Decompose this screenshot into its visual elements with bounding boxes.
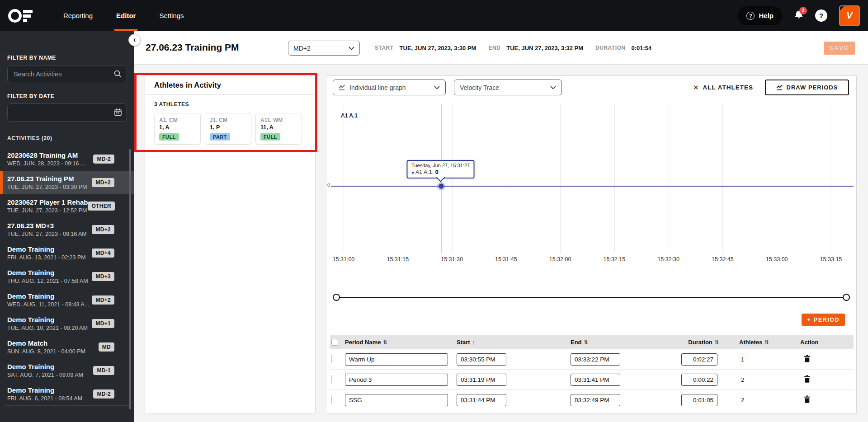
athlete-status-badge: PART [210,133,230,141]
user-avatar[interactable]: V [839,5,860,26]
period-name-input[interactable] [345,353,448,366]
column-header-start[interactable]: Start ↑ [457,339,571,346]
activity-list-item[interactable]: Demo Training TUE. AUG. 10, 2021 - 08:20… [0,312,134,335]
sort-both-icon: ⇅ [584,339,588,345]
gridline [614,104,615,253]
activity-datetime: TUE. JUN. 27, 2023 - 12:52 PM [7,207,88,214]
line-chart-icon [776,84,783,90]
delete-period-button[interactable] [804,395,811,403]
period-end-input[interactable] [571,394,620,406]
period-end-input[interactable] [571,374,620,386]
athlete-card[interactable]: A11. WM 11, A FULL [255,113,302,145]
activity-list-item[interactable]: 27.06.23 Training PM TUE. JUN. 27, 2023 … [0,171,134,194]
gridline [344,104,344,253]
period-name-input[interactable] [345,374,448,386]
notifications-button[interactable]: 2 [794,10,803,22]
activity-list-item[interactable]: Demo Training THU. AUG. 12, 2021 - 07:58… [0,265,134,288]
all-athletes-label: ALL ATHLETES [703,84,754,91]
trace-type-select[interactable]: Velocity Trace [454,80,562,95]
athlete-cards: A1. CM 1, A FULL J1. CM 1, P PART A11. W… [154,113,306,145]
support-question-button[interactable]: ? [815,9,827,22]
velocity-chart-plot[interactable]: Tuesday, Jun 27, 15:31:27 ● A1 A.1: 0 [344,104,831,253]
search-input[interactable] [7,65,127,83]
match-day-select[interactable]: MD+2 [288,41,360,56]
activity-list-item[interactable]: 20230628 Training AM WED. JUN. 28, 2023 … [0,147,134,171]
chevron-down-icon [434,86,440,89]
select-all-checkbox[interactable] [331,339,338,346]
periods-table-header: Period Name ⇅ Start ↑ End ⇅ Duration ⇅ A… [330,335,854,349]
column-header-period-name[interactable]: Period Name ⇅ [345,339,457,346]
draw-periods-button[interactable]: DRAW PERIODS [765,80,849,95]
gridline [777,104,777,253]
period-start-input[interactable] [457,353,506,366]
column-header-duration[interactable]: Duration ⇅ [681,339,726,346]
help-button[interactable]: ? Help [737,6,783,25]
activity-datetime: FRI. AUG. 13, 2021 - 02:23 PM [7,254,86,261]
activity-md-badge: MD-1 [93,366,114,375]
period-duration-input[interactable] [681,374,717,386]
search-icon[interactable] [113,70,122,80]
activity-list-item[interactable]: 20230627 Player 1 Rehab TUE. JUN. 27, 20… [0,194,134,218]
period-end-input[interactable] [571,353,620,366]
activity-list-item[interactable]: Demo Training FRI. AUG. 13, 2021 - 02:23… [0,241,134,265]
activity-md-badge: MD+2 [92,225,114,234]
save-button[interactable]: SAVE [824,42,855,55]
start-value: TUE, JUN 27, 2023, 3:30 PM [400,45,476,52]
app-root: Reporting Editor Settings ? Help [0,0,868,422]
slider-handle-start[interactable] [333,294,340,301]
time-range-slider[interactable] [333,293,850,302]
openfield-logo-icon[interactable] [8,7,33,24]
row-checkbox[interactable] [331,375,332,384]
activity-list-item[interactable]: Demo Training SAT. AUG. 7, 2021 - 09:09 … [0,359,134,382]
activities-count-header: ACTIVITIES (20) [7,135,127,141]
clear-all-athletes-button[interactable]: ✕ ALL ATHLETES [693,84,753,92]
delete-period-button[interactable] [804,375,811,383]
activity-list-item[interactable]: Demo Match SUN. AUG. 8, 2021 - 04:00 PM … [0,335,134,359]
logo-glyph [8,7,33,24]
column-header-end[interactable]: End ⇅ [571,339,681,346]
nav-tab[interactable]: Settings [147,0,195,31]
activity-list-item[interactable]: Demo Training FRI. AUG. 6, 2021 - 08:54 … [0,382,134,406]
athletes-panel-title: Athletes in Activity [145,76,315,95]
date-input[interactable] [7,103,127,122]
row-checkbox[interactable] [331,355,332,363]
athlete-card[interactable]: J1. CM 1, P PART [205,113,251,145]
periods-table-body: 1 [330,349,854,410]
activity-md-badge: MD+2 [92,295,114,305]
activity-datetime: TUE. JUN. 27, 2023 - 03:30 PM [7,184,87,190]
nav-tab[interactable]: Reporting [52,0,104,31]
x-tick-label: 15:32:30 [657,256,679,263]
sidebar-scrollbar[interactable] [129,149,131,409]
column-header-athletes[interactable]: Athletes ⇅ [726,339,787,346]
tooltip-series: A1 A.1: [415,169,434,175]
trace-type-value: Velocity Trace [460,84,499,91]
period-duration-input[interactable] [681,353,717,366]
sidebar-collapse-button[interactable]: ‹ [128,34,141,46]
sort-asc-icon: ↑ [472,339,476,346]
period-name-input[interactable] [345,394,448,406]
add-period-button[interactable]: + PERIOD [802,314,845,326]
slider-track[interactable] [335,297,847,298]
activity-datetime: WED. JUN. 28, 2023 - 09:16 ... [7,160,85,167]
sidebar-divider [5,405,129,406]
period-start-input[interactable] [457,394,506,406]
activity-title: 27.06.23 Training PM [7,175,87,183]
graph-type-select[interactable]: Individual line graph [333,80,446,95]
series-bullet-icon: ● [411,170,414,175]
period-duration-input[interactable] [681,394,717,406]
activity-list-item[interactable]: 27.06.23 MD+3 TUE. JUN. 27, 2023 - 09:16… [0,218,134,241]
activity-list-item[interactable]: Demo Training WED. AUG. 11, 2021 - 08:43… [0,288,134,312]
calendar-icon[interactable] [114,108,122,118]
period-row: 1 [330,349,854,370]
period-start-input[interactable] [457,374,506,386]
athlete-card[interactable]: A1. CM 1, A FULL [154,113,201,145]
period-athlete-count: 2 [726,397,787,403]
x-tick-label: 15:32:15 [604,256,626,263]
row-checkbox[interactable] [331,395,332,404]
x-axis-tick-labels: 15:31:0015:31:1515:31:3015:31:4515:32:00… [344,256,831,263]
delete-period-button[interactable] [804,355,811,362]
nav-tab[interactable]: Editor [104,0,147,31]
activity-md-badge: MD [99,342,114,352]
slider-handle-end[interactable] [843,294,850,301]
gridline [831,104,831,253]
